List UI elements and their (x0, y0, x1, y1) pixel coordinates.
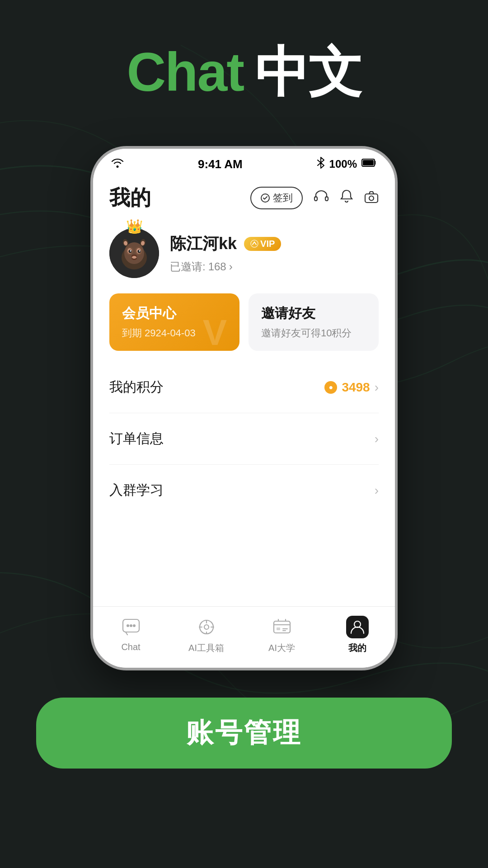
bell-icon[interactable] (340, 189, 353, 207)
svg-point-27 (130, 624, 132, 627)
vip-badge: VIP (244, 237, 281, 251)
invited-prefix: 已邀请: (170, 259, 206, 274)
wifi-icon (111, 158, 124, 170)
title-chat: Chat (127, 42, 244, 102)
nav-chat-label: Chat (121, 642, 140, 652)
invited-chevron: › (229, 260, 233, 273)
menu-list: 我的积分 ● 3498 › 订单信息 › 入群学习 (93, 362, 395, 516)
member-card[interactable]: 会员中心 到期 2924-04-03 V (109, 293, 239, 351)
profile-row: 👑 (109, 228, 379, 278)
page-title-area: Chat 中文 (0, 0, 488, 137)
app-header: 我的 签到 (93, 175, 395, 219)
sign-in-label: 签到 (273, 191, 293, 205)
chevron-icon-points: › (375, 380, 379, 395)
nav-toolbox-label: AI工具箱 (188, 642, 224, 654)
phone-screen: 9:41 AM 100% (93, 149, 395, 668)
menu-points-right: ● 3498 › (324, 380, 379, 395)
menu-points-value: 3498 (342, 380, 370, 395)
menu-group-label: 入群学习 (109, 481, 164, 500)
battery-percent: 100% (329, 158, 357, 170)
nav-chat-icon (120, 616, 142, 638)
avatar (109, 228, 159, 278)
svg-point-24 (251, 240, 258, 247)
svg-rect-1 (363, 160, 374, 165)
menu-orders-label: 订单信息 (109, 429, 164, 448)
profile-name: 陈江河kk (170, 233, 237, 255)
battery-icon (361, 158, 377, 170)
nav-item-toolbox[interactable]: AI工具箱 (169, 616, 244, 654)
content-spacer (93, 516, 395, 606)
bluetooth-icon (317, 157, 325, 171)
menu-points-label: 我的积分 (109, 378, 164, 396)
svg-point-28 (133, 624, 136, 627)
avatar-wrapper[interactable]: 👑 (109, 228, 159, 278)
invite-card-desc: 邀请好友可得10积分 (261, 326, 366, 340)
svg-point-30 (204, 625, 209, 629)
headphone-icon[interactable] (314, 189, 329, 207)
svg-rect-32 (277, 627, 280, 630)
profile-info: 陈江河kk VIP 已邀请: 168 (170, 233, 379, 274)
phone-mockup: 9:41 AM 100% (90, 146, 398, 670)
vip-label: VIP (260, 239, 275, 249)
menu-item-orders[interactable]: 订单信息 › (109, 413, 379, 465)
nav-profile-icon (346, 616, 369, 638)
svg-point-26 (127, 624, 129, 627)
crown-icon: 👑 (126, 218, 143, 234)
account-management-button[interactable]: 账号管理 (36, 698, 452, 769)
sign-in-button[interactable]: 签到 (250, 187, 303, 209)
bottom-button-area: 账号管理 (0, 670, 488, 805)
nav-item-profile[interactable]: 我的 (319, 616, 395, 654)
nav-item-university[interactable]: AI大学 (244, 616, 319, 654)
phone-wrapper: 9:41 AM 100% (0, 146, 488, 670)
profile-section: 👑 (93, 219, 395, 289)
menu-group-right: › (375, 483, 379, 498)
header-actions: 签到 (250, 187, 379, 209)
status-right: 100% (317, 157, 377, 171)
nav-item-chat[interactable]: Chat (93, 616, 169, 654)
invited-count: 168 (208, 260, 226, 273)
svg-point-19 (132, 256, 136, 259)
status-time: 9:41 AM (198, 157, 243, 171)
profile-name-row: 陈江河kk VIP (170, 233, 379, 255)
nav-toolbox-icon (195, 616, 218, 638)
title-chinese: 中文 (255, 42, 361, 102)
menu-item-group[interactable]: 入群学习 › (109, 465, 379, 516)
menu-orders-right: › (375, 432, 379, 446)
svg-point-17 (139, 250, 141, 252)
svg-point-16 (130, 250, 131, 252)
svg-rect-31 (274, 621, 290, 633)
invite-card[interactable]: 邀请好友 邀请好友可得10积分 (249, 293, 379, 351)
bottom-nav: Chat AI工具箱 (93, 606, 395, 668)
svg-rect-5 (365, 194, 378, 203)
chevron-icon-orders: › (375, 432, 379, 446)
cards-row: 会员中心 到期 2924-04-03 V 邀请好友 邀请好友可得10积分 (93, 289, 395, 362)
invited-info[interactable]: 已邀请: 168 › (170, 259, 379, 274)
menu-item-points[interactable]: 我的积分 ● 3498 › (109, 362, 379, 413)
camera-icon[interactable] (364, 189, 379, 207)
chevron-icon-group: › (375, 483, 379, 498)
status-bar: 9:41 AM 100% (93, 149, 395, 175)
app-title: 我的 (109, 184, 151, 212)
svg-point-6 (369, 196, 374, 200)
invite-card-title: 邀请好友 (261, 304, 366, 323)
nav-university-label: AI大学 (268, 642, 295, 654)
coin-icon: ● (324, 381, 337, 394)
nav-profile-label: 我的 (348, 642, 366, 654)
nav-university-icon (271, 616, 293, 638)
